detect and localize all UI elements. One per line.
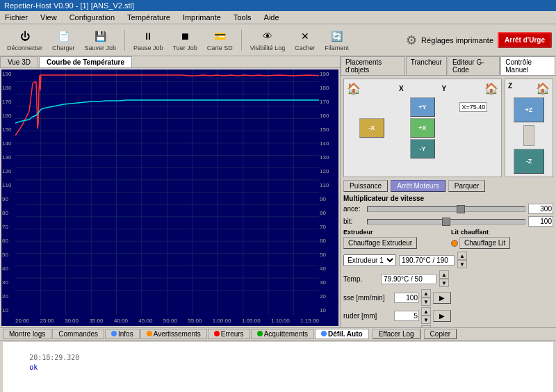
log-line-1: 20:18:29.320 ok [4,343,552,382]
vitesse-down-button[interactable]: ▼ [421,297,431,306]
xy-panel: 🏠 X Y 🏠 +Y X=75.40 -X +X -Y [343,79,502,177]
tab-gcode[interactable]: Editeur G-Code [448,56,500,75]
log-tab-infos[interactable]: Infos [105,329,140,339]
tab-trancheur[interactable]: Trancheur [406,56,447,75]
erreurs-dot [214,331,220,336]
save-button[interactable]: 💾 Sauver Job [82,26,120,54]
pause-button[interactable]: ⏸ Pause Job [131,26,166,54]
minus-x-button[interactable]: -X [359,118,384,138]
menu-config[interactable]: Configuration [67,13,117,22]
avance-label: ance: [343,205,364,213]
right-panel: Placements d'objets Trancheur Editeur G-… [341,56,556,327]
menu-printer[interactable]: Imprimante [181,13,223,22]
vitesse-up-button[interactable]: ▲ [421,289,431,297]
plus-y-button[interactable]: +Y [410,97,435,117]
ruder-down-button[interactable]: ▼ [421,316,431,324]
vitesse-row: sse [mm/min] ▲ ▼ ▶ [343,289,553,306]
title-text: Repetier-Host V0.90 - [1] [ANS_V2.stl] [4,1,134,10]
log-tab-montre[interactable]: Montre logs [3,329,51,339]
parquer-button[interactable]: Parquer [448,180,486,192]
effacer-log-button[interactable]: Effacer Log [373,329,420,339]
y-label-axis: Y [441,85,446,92]
right-tabs: Placements d'objets Trancheur Editeur G-… [341,56,556,76]
heating-row: Extrudeur Chauffage Extrudeur Lit chauff… [343,229,553,249]
kill-button[interactable]: ⏹ Tuer Job [170,26,200,54]
extruder-select[interactable]: Extrudeur 1 [343,254,396,266]
menu-temp[interactable]: Température [125,13,172,22]
menu-tools[interactable]: Tools [231,13,254,22]
bit-value: 100 [528,216,553,227]
log-tab-acquittements[interactable]: Acquittements [251,329,314,339]
home-xy-icon2[interactable]: 🏠 [484,82,498,95]
extruder-select-row: Extrudeur 1 190.70°C / 190 ▲ ▼ [343,252,553,268]
log-tab-erreurs[interactable]: Erreurs [208,329,250,339]
racter-up-button[interactable]: ▲ [421,325,431,327]
log-visibility-button[interactable]: 👁 Visibilité Log [247,26,288,54]
racter-row: racter [mm] ▲ ▼ ▲ [343,325,553,327]
bed-temp-down-button[interactable]: ▼ [439,279,449,287]
pause-label: Pause Job [133,44,163,51]
menu-fichier[interactable]: Fichier [3,13,30,22]
log-tab-commandes[interactable]: Commandes [52,329,104,339]
x-label: X [399,85,404,92]
ruder-send-button[interactable]: ▶ [433,310,451,322]
vitesse-send-button[interactable]: ▶ [433,292,451,304]
main-content: Vue 3D Courbe de Température [0,56,556,327]
ruder-label: ruder [mm] [343,312,392,320]
menu-view[interactable]: View [38,13,59,22]
y-label-60: 60 [320,238,338,244]
home-z-icon[interactable]: 🏠 [536,82,550,95]
avance-row: ance: 300 [343,204,553,214]
y-label-50: 50 [320,252,338,258]
tab-temperature[interactable]: Courbe de Température [39,56,132,67]
temp-up-button[interactable]: ▲ [457,252,467,260]
avance-slider[interactable] [367,206,525,212]
log-tab-avertissements[interactable]: Avertissements [140,329,207,339]
plus-z-button[interactable]: +Z [514,97,544,122]
sd-button[interactable]: 💳 Carte SD [204,26,236,54]
y-label-130: 130 [320,154,338,161]
settings-gear-icon[interactable]: ⚙ [406,33,417,48]
filament-button[interactable]: 🔄 Filament [322,26,352,54]
z-label: Z [508,82,512,95]
plus-x-button[interactable]: +X [410,118,435,138]
tab-controle[interactable]: Contrôle Manuel [500,56,555,75]
avert-dot [147,331,152,336]
load-button[interactable]: 📄 Charger [49,26,78,54]
separator-2 [241,30,242,51]
arret-moteurs-button[interactable]: Arrêt Moteurs [391,180,445,192]
chart-grid [15,70,319,315]
bit-slider[interactable] [367,219,525,224]
minus-y-button[interactable]: -Y [410,139,435,158]
x-axis-labels: 20:00 25:00 30:00 35:00 40:00 45:00 50:0… [15,315,319,326]
y-label-170: 170 [320,99,338,105]
tab-vue3d[interactable]: Vue 3D [0,56,38,67]
ruder-input[interactable] [394,311,419,321]
y-label-70: 70 [320,224,338,230]
emergency-stop-button[interactable]: Arrêt d'Urge [498,32,552,48]
connect-button[interactable]: ⏻ Déconnecter [4,26,45,54]
vitesse-label: sse [mm/min] [343,294,392,302]
x-position-display: X=75.40 [459,102,487,112]
minus-z-button[interactable]: -Z [514,149,544,174]
log-label: Visibilité Log [250,44,285,51]
chauffage-lit-button[interactable]: Chauffage Lit [459,237,510,249]
y-label-190: 190 [320,71,338,77]
extruder-heat-box: Extrudeur Chauffage Extrudeur [343,229,445,249]
hide-button[interactable]: ✕ Cacher [292,26,318,54]
defil-dot [321,331,327,336]
acquit-dot [257,331,263,336]
puissance-button[interactable]: Puissance [343,180,388,192]
connect-icon: ⏻ [17,28,33,44]
chauffage-extrudeur-button[interactable]: Chauffage Extrudeur [343,237,417,249]
bed-temp-up-button[interactable]: ▲ [439,270,449,279]
home-xy-icon[interactable]: 🏠 [347,82,361,95]
log-tab-defil[interactable]: Défil. Auto [315,329,369,339]
menu-aide[interactable]: Aide [262,13,281,22]
temp-down-button[interactable]: ▼ [457,260,467,268]
log-content[interactable]: 20:18:29.320 ok 20:18:29.320 N59700 G1 X… [3,342,553,392]
vitesse-input[interactable] [394,293,419,303]
copier-button[interactable]: Copier [424,329,457,339]
ruder-up-button[interactable]: ▲ [421,307,431,316]
tab-placements[interactable]: Placements d'objets [341,56,405,75]
